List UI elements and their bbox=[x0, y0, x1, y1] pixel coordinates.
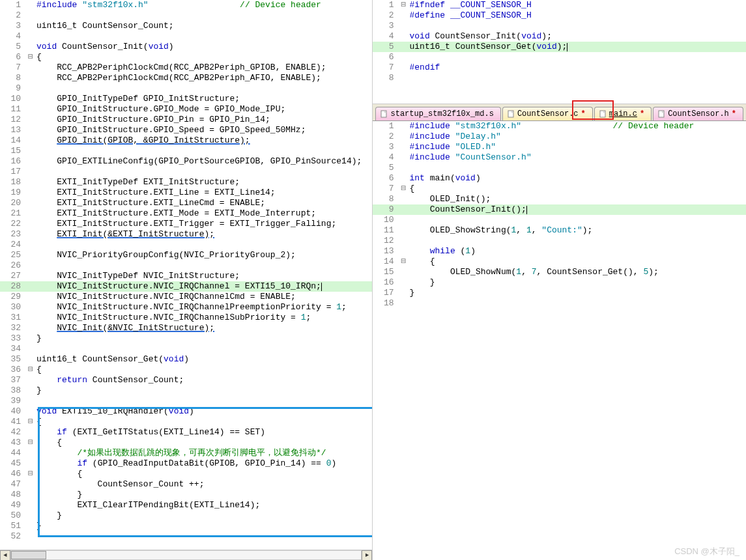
code-line[interactable]: 29 NVIC_InitStructure.NVIC_IRQChannelCmd… bbox=[0, 292, 372, 302]
code-text[interactable]: { bbox=[35, 52, 42, 63]
code-text[interactable] bbox=[35, 260, 36, 271]
code-text[interactable]: return CountSensor_Count; bbox=[35, 375, 184, 385]
code-line[interactable]: 51} bbox=[0, 521, 372, 531]
fold-toggle[interactable]: ⊟ bbox=[399, 184, 408, 194]
code-text[interactable]: uint16_t CountSensor_Get(void); bbox=[408, 42, 567, 52]
code-line[interactable]: 5uint16_t CountSensor_Get(void); bbox=[373, 42, 746, 52]
code-line[interactable]: 6 bbox=[373, 52, 746, 63]
code-text[interactable]: EXTI_InitStructure.EXTI_Trigger = EXTI_T… bbox=[35, 219, 336, 229]
code-text[interactable]: { bbox=[35, 365, 42, 375]
code-line[interactable]: 8 bbox=[373, 73, 746, 83]
left-editor[interactable]: 1#include "stm32f10x.h" // Device header… bbox=[0, 0, 372, 550]
code-text[interactable]: CountSensor_Init(); bbox=[408, 204, 526, 215]
code-line[interactable]: 5void CountSensor_Init(void) bbox=[0, 42, 372, 52]
code-line[interactable]: 16 GPIO_EXTILineConfig(GPIO_PortSourceGP… bbox=[0, 156, 372, 167]
fold-toggle[interactable]: ⊟ bbox=[26, 469, 35, 479]
code-text[interactable] bbox=[408, 73, 409, 83]
code-line[interactable]: 23 EXTI_Init(&EXTI_InitStructure); bbox=[0, 229, 372, 240]
code-line[interactable]: 17} bbox=[373, 288, 746, 298]
code-text[interactable]: NVIC_InitStructure.NVIC_IRQChannel = EXT… bbox=[35, 281, 322, 292]
code-text[interactable]: GPIO_InitStructure.GPIO_Speed = GPIO_Spe… bbox=[35, 125, 306, 135]
tab-countsensor-h[interactable]: CountSensor.h* bbox=[653, 107, 743, 120]
code-text[interactable] bbox=[35, 31, 36, 42]
code-text[interactable]: NVIC_InitStructure.NVIC_IRQChannelSubPri… bbox=[35, 313, 311, 323]
code-text[interactable]: NVIC_InitStructure.NVIC_IRQChannelCmd = … bbox=[35, 292, 296, 302]
code-text[interactable]: RCC_APB2PeriphClockCmd(RCC_APB2Periph_AF… bbox=[35, 73, 321, 83]
code-line[interactable]: 16 } bbox=[373, 277, 746, 288]
code-line[interactable]: 32 NVIC_Init(&NVIC_InitStructure); bbox=[0, 323, 372, 333]
code-line[interactable]: 18 bbox=[373, 298, 746, 309]
tab-countsensor-c[interactable]: CountSensor.c* bbox=[502, 107, 593, 120]
code-text[interactable]: #ifndef __COUNT_SENSOR_H bbox=[408, 0, 531, 10]
code-line[interactable]: 2#define __COUNT_SENSOR_H bbox=[373, 10, 746, 21]
code-text[interactable] bbox=[408, 163, 409, 173]
code-line[interactable]: 6int main(void) bbox=[373, 173, 746, 184]
fold-toggle[interactable]: ⊟ bbox=[26, 417, 35, 427]
code-line[interactable]: 15 bbox=[0, 146, 372, 156]
code-line[interactable]: 33} bbox=[0, 333, 372, 344]
scroll-thumb[interactable] bbox=[11, 551, 46, 559]
code-line[interactable]: 8 OLED_Init(); bbox=[373, 194, 746, 204]
code-line[interactable]: 41⊟{ bbox=[0, 417, 372, 427]
code-text[interactable]: #include "Delay.h" bbox=[408, 132, 500, 142]
code-text[interactable]: int main(void) bbox=[408, 173, 480, 184]
code-line[interactable]: 26 bbox=[0, 260, 372, 271]
code-text[interactable]: while (1) bbox=[408, 246, 475, 257]
code-line[interactable]: 10 bbox=[373, 215, 746, 225]
code-line[interactable]: 37 return CountSensor_Count; bbox=[0, 375, 372, 385]
code-text[interactable]: #include "CountSensor.h" bbox=[408, 152, 531, 163]
code-text[interactable] bbox=[35, 83, 36, 94]
code-text[interactable]: GPIO_InitStructure.GPIO_Pin = GPIO_Pin_1… bbox=[35, 115, 270, 125]
code-text[interactable]: } bbox=[35, 333, 42, 344]
code-line[interactable]: 1⊟#ifndef __COUNT_SENSOR_H bbox=[373, 0, 746, 10]
code-line[interactable]: 6⊟{ bbox=[0, 52, 372, 63]
code-line[interactable]: 36⊟{ bbox=[0, 365, 372, 375]
fold-toggle[interactable]: ⊟ bbox=[26, 438, 35, 448]
code-text[interactable]: EXTI_ClearITPendingBit(EXTI_Line14); bbox=[35, 500, 260, 511]
code-line[interactable]: 50 } bbox=[0, 511, 372, 521]
code-line[interactable]: 2#include "Delay.h" bbox=[373, 132, 746, 142]
code-line[interactable]: 24 bbox=[0, 240, 372, 250]
code-text[interactable]: EXTI_InitStructure.EXTI_Line = EXTI_Line… bbox=[35, 188, 276, 198]
code-line[interactable]: 11 GPIO_InitStructure.GPIO_Mode = GPIO_M… bbox=[0, 104, 372, 115]
code-text[interactable]: #endif bbox=[408, 63, 440, 73]
code-text[interactable] bbox=[35, 396, 36, 406]
code-text[interactable] bbox=[35, 167, 36, 177]
code-line[interactable]: 17 bbox=[0, 167, 372, 177]
code-text[interactable]: GPIO_InitStructure.GPIO_Mode = GPIO_Mode… bbox=[35, 104, 285, 115]
scroll-left-button[interactable]: ◄ bbox=[0, 550, 10, 560]
code-line[interactable]: 39 bbox=[0, 396, 372, 406]
code-line[interactable]: 5 bbox=[373, 163, 746, 173]
code-text[interactable]: OLED_Init(); bbox=[408, 194, 491, 204]
code-text[interactable]: /*如果出现数据乱跳的现象，可再次判断引脚电平，以避免抖动*/ bbox=[35, 448, 326, 458]
code-text[interactable]: NVIC_PriorityGroupConfig(NVIC_PriorityGr… bbox=[35, 250, 296, 260]
code-text[interactable]: #include "stm32f10x.h" // Device header bbox=[35, 0, 321, 10]
code-line[interactable]: 14 GPIO_Init(GPIOB, &GPIO_InitStructure)… bbox=[0, 135, 372, 146]
code-line[interactable]: 49 EXTI_ClearITPendingBit(EXTI_Line14); bbox=[0, 500, 372, 511]
code-text[interactable] bbox=[35, 10, 36, 21]
code-text[interactable] bbox=[408, 236, 409, 246]
fold-toggle[interactable]: ⊟ bbox=[26, 52, 35, 63]
code-text[interactable]: CountSensor_Count ++; bbox=[35, 479, 204, 490]
code-line[interactable]: 12 bbox=[373, 236, 746, 246]
code-text[interactable]: OLED_ShowString(1, 1, "Count:"); bbox=[408, 225, 592, 236]
code-text[interactable]: OLED_ShowNum(1, 7, CountSensor_Get(), 5)… bbox=[408, 267, 658, 277]
code-text[interactable]: GPIO_InitTypeDef GPIO_InitStructure; bbox=[35, 94, 240, 104]
code-text[interactable]: #define __COUNT_SENSOR_H bbox=[408, 10, 531, 21]
code-text[interactable] bbox=[408, 215, 409, 225]
code-line[interactable]: 34 bbox=[0, 344, 372, 354]
code-line[interactable]: 7 RCC_APB2PeriphClockCmd(RCC_APB2Periph_… bbox=[0, 63, 372, 73]
code-text[interactable]: void CountSensor_Init(void); bbox=[408, 31, 551, 42]
code-line[interactable]: 4 bbox=[0, 31, 372, 42]
code-line[interactable]: 43⊟ { bbox=[0, 438, 372, 448]
code-text[interactable]: uint16_t CountSensor_Count; bbox=[35, 21, 174, 31]
code-text[interactable]: GPIO_EXTILineConfig(GPIO_PortSourceGPIOB… bbox=[35, 156, 362, 167]
code-text[interactable]: RCC_APB2PeriphClockCmd(RCC_APB2Periph_GP… bbox=[35, 63, 326, 73]
code-text[interactable]: #include "stm32f10x.h" // Device header bbox=[408, 121, 694, 132]
code-text[interactable]: uint16_t CountSensor_Get(void) bbox=[35, 354, 189, 365]
fold-toggle[interactable]: ⊟ bbox=[26, 365, 35, 375]
code-line[interactable]: 9 bbox=[0, 83, 372, 94]
scroll-track[interactable] bbox=[10, 550, 362, 560]
code-text[interactable] bbox=[35, 531, 36, 542]
code-line[interactable]: 7#endif bbox=[373, 63, 746, 73]
